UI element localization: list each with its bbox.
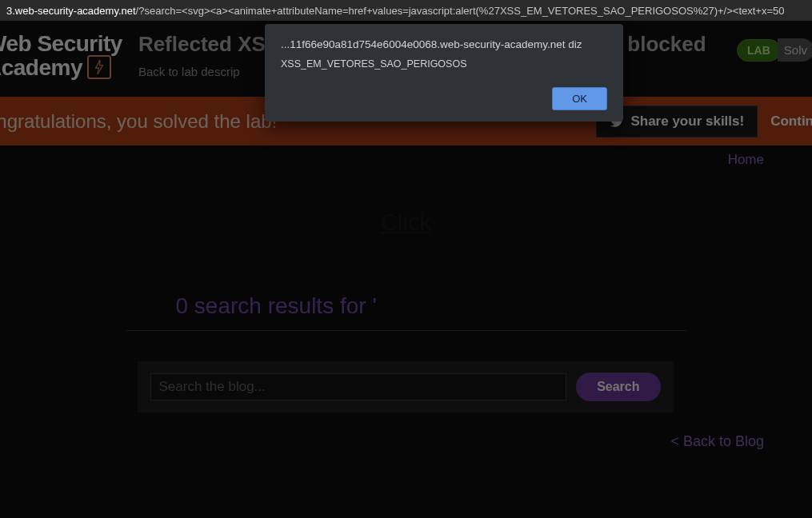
alert-ok-button[interactable]: OK	[552, 87, 607, 110]
home-link[interactable]: Home	[0, 145, 812, 168]
academy-logo[interactable]: Web Security Academy	[0, 32, 138, 79]
search-results-heading: 0 search results for '	[126, 293, 686, 331]
alert-message-text: XSS_EM_VETORES_SAO_PERIGOSOS	[281, 58, 607, 70]
click-payload-link[interactable]: Click	[0, 209, 812, 236]
bolt-icon	[87, 55, 111, 79]
lab-status-badge: LAB	[737, 39, 781, 62]
congratulations-text: ongratulations, you solved the lab!	[0, 110, 277, 133]
continue-link[interactable]: Contin	[770, 114, 812, 130]
back-to-blog-link[interactable]: < Back to Blog	[0, 433, 812, 450]
address-host: 3.web-security-academy.net	[6, 5, 136, 17]
alert-origin-text: ...11f66e90a81d754e6004e0068.web-securit…	[281, 38, 607, 50]
address-path: /?search=<svg><a><animate+attributeName=…	[136, 5, 785, 17]
logo-text-line2: Academy	[0, 56, 82, 79]
search-form: Search	[138, 361, 674, 412]
share-button-label: Share your skills!	[630, 114, 744, 130]
solved-label: Solv	[778, 38, 812, 62]
search-button[interactable]: Search	[576, 373, 660, 401]
address-bar[interactable]: 3.web-security-academy.net/?search=<svg>…	[0, 0, 812, 21]
logo-text-line1: Web Security	[0, 32, 122, 55]
javascript-alert-dialog: ...11f66e90a81d754e6004e0068.web-securit…	[265, 24, 623, 122]
search-input[interactable]	[150, 373, 567, 400]
